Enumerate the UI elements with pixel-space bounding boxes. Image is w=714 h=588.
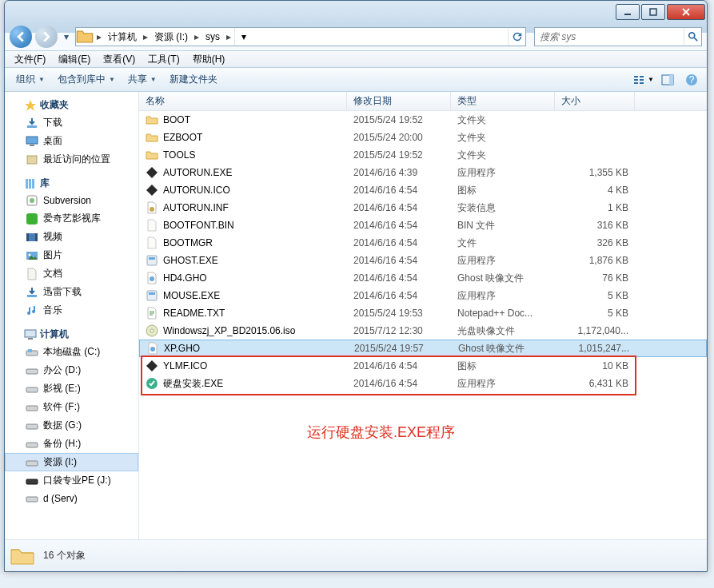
file-name: Windowszj_XP_BD2015.06.iso (163, 325, 295, 336)
sidebar-item-documents[interactable]: 文档 (5, 264, 138, 283)
file-date: 2014/6/16 4:54 (347, 220, 451, 231)
breadcrumb-arrow[interactable]: ▸ (223, 28, 234, 46)
file-row[interactable]: YLMF.ICO2014/6/16 4:54图标10 KB (139, 357, 707, 375)
sidebar-item-subversion[interactable]: Subversion (5, 192, 138, 209)
menu-help[interactable]: 帮助(H) (186, 51, 232, 68)
refresh-icon[interactable] (508, 28, 525, 46)
share-button[interactable]: 共享▼ (122, 70, 163, 89)
include-in-library-button[interactable]: 包含到库中▼ (51, 70, 122, 89)
file-row[interactable]: AUTORUN.ICO2014/6/16 4:54图标4 KB (139, 181, 707, 199)
file-name: HD4.GHO (163, 272, 207, 284)
file-row[interactable]: MOUSE.EXE2014/6/16 4:54应用程序5 KB (139, 287, 707, 304)
sidebar-item-drive-e[interactable]: 影视 (E:) (5, 379, 138, 398)
sidebar-item-drive-c[interactable]: 本地磁盘 (C:) (5, 343, 138, 361)
sidebar-item-drive-net[interactable]: d (Serv) (5, 490, 138, 507)
breadcrumb-arrow[interactable]: ▸ (140, 28, 151, 46)
file-size: 6,431 KB (555, 378, 635, 389)
sidebar-item-drive-g[interactable]: 数据 (G:) (5, 416, 138, 435)
file-row[interactable]: BOOTFONT.BIN2014/6/16 4:54BIN 文件316 KB (139, 217, 707, 234)
file-icon (146, 360, 158, 372)
file-row[interactable]: AUTORUN.EXE2014/6/16 4:39应用程序1,355 KB (139, 164, 707, 181)
file-date: 2014/6/16 4:39 (347, 167, 451, 178)
column-name[interactable]: 名称 (139, 92, 347, 110)
file-row[interactable]: 硬盘安装.EXE2014/6/16 4:54应用程序6,431 KB (139, 375, 707, 392)
menu-tools[interactable]: 工具(T) (142, 51, 185, 68)
help-button[interactable]: ? (681, 71, 702, 89)
file-name: TOOLS (163, 149, 195, 161)
sidebar-item-recent[interactable]: 最近访问的位置 (5, 150, 138, 169)
file-row[interactable]: XP.GHO2015/5/24 19:57Ghost 映像文件1,015,247… (139, 340, 707, 357)
breadcrumb-computer[interactable]: 计算机 (105, 28, 140, 46)
close-button[interactable] (667, 4, 705, 20)
search-input[interactable] (535, 31, 684, 42)
file-type: 文件 (451, 236, 555, 250)
breadcrumb-drive[interactable]: 资源 (I:) (151, 28, 191, 46)
view-options-button[interactable]: ▼ (633, 71, 654, 89)
column-date[interactable]: 修改日期 (347, 92, 451, 110)
minimize-button[interactable] (616, 4, 640, 20)
file-size: 316 KB (555, 220, 635, 231)
back-button[interactable] (10, 26, 32, 48)
column-size[interactable]: 大小 (555, 92, 635, 110)
menu-edit[interactable]: 编辑(E) (52, 51, 97, 68)
sidebar-computer-header[interactable]: 计算机 (5, 326, 138, 343)
file-row[interactable]: HD4.GHO2014/6/16 4:54Ghost 映像文件76 KB (139, 269, 707, 287)
sidebar-item-pictures[interactable]: 图片 (5, 246, 138, 264)
file-list[interactable]: BOOT2015/5/24 19:52文件夹EZBOOT2015/5/24 20… (139, 111, 707, 539)
maximize-button[interactable] (641, 4, 665, 20)
sidebar-item-desktop[interactable]: 桌面 (5, 132, 138, 150)
search-box[interactable] (534, 27, 702, 46)
address-bar[interactable]: ▸ 计算机 ▸ 资源 (I:) ▸ sys ▸ ▾ (75, 27, 526, 46)
preview-pane-button[interactable] (657, 71, 678, 89)
sidebar-item-thunder[interactable]: 迅雷下载 (5, 283, 138, 301)
organize-button[interactable]: 组织▼ (10, 70, 51, 89)
video-icon (26, 231, 38, 244)
sidebar-item-downloads[interactable]: 下载 (5, 113, 138, 132)
file-size: 5 KB (555, 308, 635, 319)
file-row[interactable]: TOOLS2015/5/24 19:52文件夹 (139, 146, 707, 164)
breadcrumb-folder[interactable]: sys (202, 28, 223, 46)
file-list-area: 名称 修改日期 类型 大小 BOOT2015/5/24 19:52文件夹EZBO… (139, 92, 707, 539)
sidebar-item-drive-f[interactable]: 软件 (F:) (5, 398, 138, 416)
file-row[interactable]: BOOT2015/5/24 19:52文件夹 (139, 111, 707, 129)
file-name: AUTORUN.INF (163, 202, 229, 213)
file-row[interactable]: AUTORUN.INF2014/6/16 4:54安装信息1 KB (139, 199, 707, 217)
svg-rect-9 (640, 76, 644, 77)
svg-rect-17 (26, 137, 38, 144)
breadcrumb-arrow[interactable]: ▸ (191, 28, 202, 46)
file-name: 硬盘安装.EXE (163, 377, 223, 391)
file-date: 2014/6/16 4:54 (347, 237, 451, 248)
sidebar-libraries-header[interactable]: 库 (5, 175, 138, 192)
sidebar-item-drive-h[interactable]: 备份 (H:) (5, 435, 138, 453)
go-down-icon[interactable]: ▾ (234, 28, 252, 46)
sidebar-item-drive-d[interactable]: 办公 (D:) (5, 361, 138, 379)
nav-history-dropdown[interactable]: ▾ (61, 27, 72, 46)
sidebar-item-drive-j[interactable]: 口袋专业PE (J:) (5, 471, 138, 490)
status-folder-icon (10, 543, 35, 569)
navigation-pane[interactable]: 收藏夹 下载 桌面 最近访问的位置 库 Subversion 爱奇艺影视库 视频… (5, 92, 139, 539)
drive-icon (26, 383, 38, 395)
breadcrumb-root-arrow[interactable]: ▸ (94, 28, 105, 46)
file-row[interactable]: Windowszj_XP_BD2015.06.iso2015/7/12 12:3… (139, 322, 707, 340)
file-icon (146, 289, 158, 302)
column-type[interactable]: 类型 (451, 92, 555, 110)
new-folder-button[interactable]: 新建文件夹 (163, 70, 224, 89)
sidebar-item-iqiyi[interactable]: 爱奇艺影视库 (5, 209, 138, 228)
file-row[interactable]: EZBOOT2015/5/24 20:00文件夹 (139, 129, 707, 146)
search-icon[interactable] (684, 28, 701, 46)
sidebar-favorites-header[interactable]: 收藏夹 (5, 97, 138, 113)
menu-view[interactable]: 查看(V) (97, 51, 142, 68)
file-icon (146, 113, 158, 126)
svg-rect-6 (634, 76, 638, 77)
file-type: Notepad++ Doc... (451, 308, 555, 319)
forward-button[interactable] (35, 26, 58, 48)
sidebar-item-videos[interactable]: 视频 (5, 228, 138, 246)
sidebar-item-drive-i[interactable]: 资源 (I:) (5, 453, 138, 471)
file-icon (146, 184, 158, 197)
menu-file[interactable]: 文件(F) (8, 51, 52, 68)
file-row[interactable]: README.TXT2015/5/24 19:53Notepad++ Doc..… (139, 304, 707, 322)
file-row[interactable]: GHOST.EXE2014/6/16 4:54应用程序1,876 KB (139, 252, 707, 269)
file-date: 2014/6/16 4:54 (347, 272, 451, 284)
file-row[interactable]: BOOTMGR2014/6/16 4:54文件326 KB (139, 234, 707, 252)
sidebar-item-music[interactable]: 音乐 (5, 301, 138, 320)
